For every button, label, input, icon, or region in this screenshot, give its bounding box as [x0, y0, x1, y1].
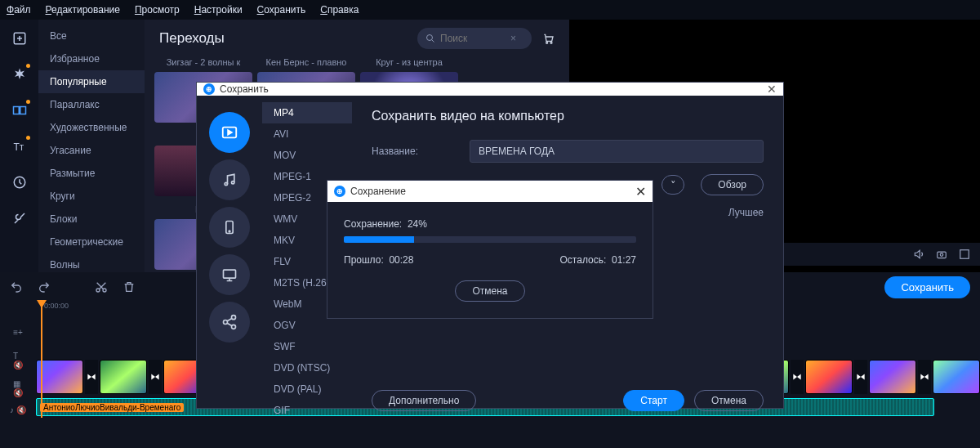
- progress-fill: [344, 236, 414, 243]
- export-video-icon[interactable]: [209, 112, 250, 153]
- svg-point-5: [427, 35, 433, 41]
- svg-rect-18: [224, 270, 236, 278]
- cat-popular[interactable]: Популярные: [38, 70, 145, 93]
- import-icon[interactable]: [6, 25, 33, 52]
- progress-title: Сохранение: [350, 186, 406, 197]
- clear-search-icon[interactable]: ×: [510, 33, 516, 44]
- cat-circles[interactable]: Круги: [38, 185, 145, 208]
- app-logo-icon: ⊕: [203, 83, 215, 95]
- fmt-swf[interactable]: SWF: [262, 336, 352, 357]
- fmt-dvd-ntsc[interactable]: DVD (NTSC): [262, 357, 352, 379]
- cat-artistic[interactable]: Художественные: [38, 116, 145, 139]
- cut-icon[interactable]: [95, 280, 108, 293]
- name-label: Название:: [372, 146, 453, 157]
- remaining-label: Осталось:: [560, 254, 607, 266]
- fmt-dvd-pal[interactable]: DVD (PAL): [262, 379, 352, 400]
- tools-icon[interactable]: [6, 204, 33, 232]
- svg-text:Tт: Tт: [13, 141, 24, 153]
- browse-button[interactable]: Обзор: [701, 174, 764, 195]
- export-device-icon[interactable]: [209, 207, 250, 248]
- save-dialog-titlebar[interactable]: ⊕ Сохранить ✕: [197, 83, 783, 96]
- menu-view[interactable]: Просмотр: [135, 4, 180, 16]
- svg-point-7: [550, 42, 552, 43]
- svg-point-17: [229, 231, 230, 232]
- export-type-rail: [197, 96, 262, 421]
- svg-point-21: [232, 325, 236, 329]
- cart-icon[interactable]: [541, 32, 555, 45]
- save-heading: Сохранить видео на компьютер: [372, 109, 764, 123]
- svg-point-20: [224, 320, 228, 325]
- menu-edit[interactable]: Редактирование: [46, 4, 120, 16]
- cat-all[interactable]: Все: [38, 25, 145, 47]
- svg-point-9: [940, 253, 943, 257]
- name-input[interactable]: [470, 140, 764, 163]
- audio-track-icon[interactable]: ♪ 🔇: [0, 402, 36, 418]
- menu-settings[interactable]: Настройки: [194, 4, 243, 16]
- elapsed-value: 00:28: [389, 254, 413, 266]
- fmt-gif[interactable]: GIF: [262, 400, 352, 421]
- thumb-label: Кен Бернс - плавно: [257, 57, 355, 67]
- video-clip[interactable]: [100, 360, 147, 394]
- elapsed-label: Прошло:: [344, 254, 384, 266]
- cancel-progress-button[interactable]: Отмена: [455, 280, 524, 302]
- text-icon[interactable]: Tт: [6, 132, 33, 160]
- search-box[interactable]: ×: [417, 28, 532, 49]
- close-icon[interactable]: ✕: [635, 184, 646, 199]
- cat-fav[interactable]: Избранное: [38, 47, 145, 70]
- fullscreen-icon[interactable]: [959, 249, 970, 260]
- svg-point-15: [232, 181, 234, 184]
- search-icon: [425, 34, 435, 43]
- close-icon[interactable]: ✕: [767, 83, 777, 96]
- fmt-avi[interactable]: AVI: [262, 123, 352, 145]
- quality-dropdown-icon[interactable]: ˅: [662, 175, 684, 195]
- video-track-icon[interactable]: ▦🔇: [0, 374, 36, 402]
- fx-icon[interactable]: [6, 60, 33, 88]
- start-button[interactable]: Старт: [623, 390, 684, 411]
- trash-icon[interactable]: [122, 280, 136, 293]
- playhead[interactable]: [41, 302, 42, 418]
- video-clip[interactable]: [933, 360, 980, 394]
- cat-geometric[interactable]: Геометрические: [38, 231, 145, 253]
- transition-marker[interactable]: [85, 360, 98, 394]
- advanced-button[interactable]: Дополнительно: [372, 390, 476, 411]
- svg-rect-1: [13, 107, 19, 114]
- progress-titlebar[interactable]: ⊕ Сохранение ✕: [327, 181, 653, 202]
- browser-title: Переходы: [159, 30, 417, 47]
- export-tv-icon[interactable]: [209, 254, 250, 295]
- transition-marker[interactable]: [149, 360, 162, 394]
- svg-point-14: [225, 182, 227, 185]
- menu-save[interactable]: Сохранить: [257, 4, 306, 16]
- audio-clip-label: АнтониоЛючиоВивальди-Временаго: [40, 403, 184, 412]
- thumb-label: Круг - из центра: [360, 57, 458, 67]
- redo-icon[interactable]: [38, 280, 51, 293]
- video-clip[interactable]: [869, 360, 916, 394]
- menu-help[interactable]: Справка: [320, 4, 359, 16]
- volume-icon[interactable]: [913, 249, 924, 260]
- save-button[interactable]: Сохранить: [884, 276, 970, 298]
- transition-marker[interactable]: [791, 360, 804, 394]
- transitions-icon[interactable]: [6, 96, 33, 124]
- cat-blocks[interactable]: Блоки: [38, 208, 145, 231]
- clock-icon[interactable]: [6, 168, 33, 196]
- fmt-mp4[interactable]: MP4: [262, 102, 352, 123]
- cancel-button[interactable]: Отмена: [694, 390, 764, 411]
- snapshot-icon[interactable]: [936, 249, 947, 260]
- video-clip[interactable]: [36, 360, 83, 394]
- cat-fade[interactable]: Угасание: [38, 139, 145, 162]
- search-input[interactable]: [440, 33, 506, 44]
- export-share-icon[interactable]: [209, 302, 250, 343]
- transition-marker[interactable]: [918, 360, 931, 394]
- svg-point-19: [232, 316, 236, 320]
- menu-file[interactable]: Файл: [7, 4, 31, 16]
- cat-blur[interactable]: Размытие: [38, 162, 145, 185]
- cat-parallax[interactable]: Параллакс: [38, 93, 145, 116]
- undo-icon[interactable]: [10, 280, 23, 293]
- transition-marker[interactable]: [854, 360, 867, 394]
- text-track-icon[interactable]: T🔇: [0, 346, 36, 374]
- progress-label: Сохранение:: [344, 218, 402, 230]
- svg-rect-2: [20, 107, 25, 114]
- video-clip[interactable]: [805, 360, 853, 394]
- fmt-mov[interactable]: MOV: [262, 145, 352, 166]
- export-audio-icon[interactable]: [209, 159, 250, 200]
- add-track-icon[interactable]: ≡+: [0, 318, 36, 346]
